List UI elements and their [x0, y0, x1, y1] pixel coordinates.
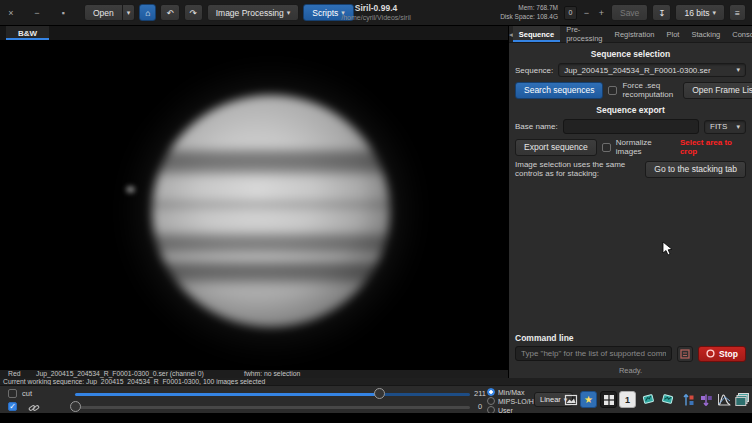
low-slider-track[interactable]: [75, 406, 470, 409]
rotate-left-button[interactable]: [640, 391, 657, 408]
status-fwhm: fwhm: no selection: [244, 370, 508, 377]
image-canvas[interactable]: [0, 40, 508, 370]
close-icon[interactable]: ×: [6, 8, 16, 18]
channel-tab-bw[interactable]: B&W: [6, 26, 49, 40]
working-sequence-text: Current working sequence: Jup_200415_204…: [3, 378, 265, 385]
undo-button[interactable]: ↶: [160, 4, 179, 21]
bit-depth-label: 16 bits: [684, 8, 709, 18]
home-icon: ⌂: [145, 8, 150, 18]
jupiter-image: [152, 95, 390, 327]
zoom-out-button[interactable]: −: [581, 8, 592, 18]
stack-layers-button[interactable]: [734, 391, 751, 408]
export-format-dropdown[interactable]: FITS ▾: [704, 120, 746, 134]
export-format-value: FITS: [710, 122, 727, 131]
siril-window: × − ▪ Open ▾ ⌂ ↶ ↷ Image Processing ▾ Sc…: [0, 0, 752, 423]
right-panel: ◂ Sequence Pre-processing Registration P…: [508, 26, 752, 378]
sequence-combobox[interactable]: Jup_200415_204534_R_F0001-0300.ser ▾: [558, 63, 746, 77]
single-channel-button[interactable]: 1: [619, 391, 636, 408]
header-right-group: Mem: 768.7M Disk Space: 108.4G 0 − + Sav…: [500, 4, 746, 22]
home-button[interactable]: ⌂: [139, 4, 156, 21]
chevron-down-icon: ▾: [731, 66, 740, 74]
stop-icon: [706, 349, 715, 358]
mode-mips-radio[interactable]: MIPS-LO/HI: [487, 397, 536, 405]
zoom-value: 0: [564, 6, 577, 20]
tab-stacking[interactable]: Stacking: [685, 26, 726, 42]
save-as-button[interactable]: ↧: [652, 4, 671, 21]
memory-label: Mem: 768.7M: [500, 4, 558, 13]
save-button[interactable]: Save: [611, 4, 648, 21]
photometry-star-button[interactable]: ★: [580, 391, 597, 408]
panel-tabbar: ◂ Sequence Pre-processing Registration P…: [509, 26, 752, 43]
open-frame-list-button[interactable]: Open Frame List: [683, 82, 752, 99]
minimize-icon[interactable]: −: [32, 8, 42, 18]
cut-checkbox[interactable]: [8, 389, 17, 398]
chevron-down-icon: ▾: [713, 9, 717, 17]
sequence-export-heading: Sequence export: [515, 105, 746, 115]
radio-icon: [487, 388, 495, 396]
go-to-stacking-button[interactable]: Go to the stacking tab: [645, 161, 746, 178]
mirror-x-button[interactable]: [679, 391, 696, 408]
mode-mips-label: MIPS-LO/HI: [498, 398, 536, 405]
mirror-x-icon: [681, 393, 695, 407]
save-as-icon: ↧: [658, 8, 665, 18]
sequence-label: Sequence:: [515, 66, 553, 75]
link-sliders-checkbox[interactable]: ✓: [8, 402, 17, 411]
photo-frame-icon: [564, 393, 578, 407]
redo-button[interactable]: ↷: [184, 4, 203, 21]
channel-tab-strip: B&W: [0, 26, 508, 40]
scripts-label: Scripts: [312, 8, 338, 18]
base-name-input[interactable]: [563, 119, 699, 134]
tab-plot[interactable]: Plot: [661, 26, 686, 42]
mirror-y-icon: [699, 393, 713, 407]
open-button[interactable]: Open: [84, 4, 123, 21]
mode-minmax-radio[interactable]: Min/Max: [487, 388, 524, 396]
stack-layers-icon: [735, 392, 750, 407]
channel-grid-icon: [603, 394, 615, 406]
display-controls-bar: cut 211 ✓ 0 Min/Max MIPS-LO/HI User: [0, 385, 752, 413]
export-sequence-button[interactable]: Export sequence: [515, 139, 597, 156]
stop-label: Stop: [719, 349, 738, 359]
low-slider-handle[interactable]: [70, 401, 81, 412]
normalize-images-checkbox[interactable]: [602, 143, 611, 152]
zoom-in-button[interactable]: +: [596, 8, 607, 18]
mirror-y-button[interactable]: [697, 391, 714, 408]
force-seq-label: Force .seq recomputation: [622, 81, 673, 99]
normalize-images-label: Normalize images: [616, 138, 675, 156]
working-directory: /home/cyril/Videos/siril: [341, 14, 411, 23]
search-sequences-button[interactable]: Search sequences: [515, 82, 603, 99]
stacking-note: Image selection uses the same controls a…: [515, 160, 640, 178]
titlebar: × − ▪ Open ▾ ⌂ ↶ ↷ Image Processing ▾ Sc…: [0, 0, 752, 26]
histogram-button[interactable]: [716, 391, 733, 408]
rotate-left-icon: [641, 392, 656, 407]
stop-button[interactable]: Stop: [698, 346, 746, 362]
command-log-button[interactable]: [677, 346, 693, 362]
image-processing-menu-button[interactable]: Image Processing ▾: [207, 4, 300, 21]
channel-grid-button[interactable]: [600, 391, 617, 408]
high-slider-track-filled[interactable]: [75, 393, 379, 396]
force-seq-checkbox[interactable]: [608, 86, 617, 95]
resources-info: Mem: 768.7M Disk Space: 108.4G: [500, 4, 558, 22]
rotate-right-button[interactable]: [659, 391, 676, 408]
status-channel: Red: [0, 370, 36, 377]
photo-frame-button[interactable]: [562, 391, 579, 408]
high-slider-track[interactable]: [379, 393, 470, 396]
radio-icon: [487, 397, 495, 405]
hamburger-menu-button[interactable]: ≡: [729, 4, 746, 21]
tab-registration[interactable]: Registration: [608, 26, 660, 42]
sequence-tab-content: Sequence selection Sequence: Jup_200415_…: [509, 43, 752, 378]
command-line-block: Command line Stop: [515, 333, 746, 375]
command-input[interactable]: [515, 346, 672, 361]
mouse-cursor: [662, 241, 673, 260]
cut-label: cut: [22, 389, 32, 398]
chevron-down-icon: ▾: [127, 9, 131, 17]
open-dropdown-button[interactable]: ▾: [123, 4, 136, 21]
redo-icon: ↷: [190, 8, 197, 18]
maximize-icon[interactable]: ▪: [58, 8, 68, 18]
hamburger-icon: ≡: [735, 8, 740, 18]
tab-console[interactable]: Console: [726, 26, 752, 42]
tab-sequence[interactable]: Sequence: [513, 26, 560, 42]
tab-pre-processing[interactable]: Pre-processing: [560, 26, 608, 42]
bit-depth-dropdown[interactable]: 16 bits ▾: [675, 4, 725, 21]
high-slider-handle[interactable]: [374, 388, 385, 399]
command-line-heading: Command line: [515, 333, 746, 343]
